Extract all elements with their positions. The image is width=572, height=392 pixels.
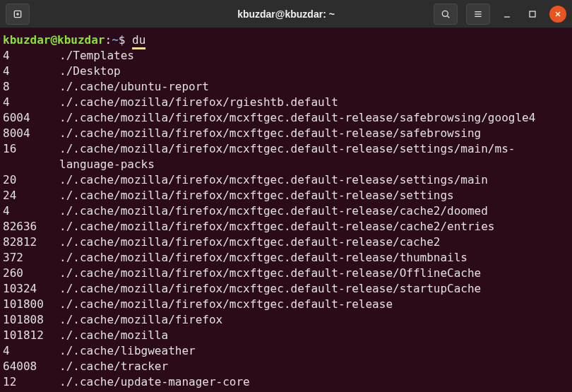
prompt-user-host: kbuzdar@kbuzdar: [3, 33, 105, 47]
du-size: 4: [3, 95, 59, 110]
minimize-button[interactable]: [499, 6, 516, 23]
du-path: ./.cache/mozilla/firefox/mcxftgec.defaul…: [59, 172, 569, 188]
du-size: 260: [3, 266, 59, 281]
du-size: 16: [3, 141, 59, 172]
output-line: 6004./.cache/mozilla/firefox/mcxftgec.de…: [3, 110, 569, 126]
du-size: 6004: [3, 110, 59, 126]
svg-line-4: [448, 16, 450, 18]
output-line: 82636./.cache/mozilla/firefox/mcxftgec.d…: [3, 219, 569, 234]
svg-rect-9: [530, 11, 535, 17]
minimize-icon: [501, 8, 513, 20]
du-path: ./Templates: [59, 48, 569, 64]
close-icon: [554, 10, 562, 18]
output-line: 4./Desktop: [3, 64, 569, 79]
du-path: ./.cache/mozilla/firefox/mcxftgec.defaul…: [59, 110, 569, 126]
output-line: 101808./.cache/mozilla/firefox: [3, 312, 569, 328]
du-path: ./.cache/tracker: [59, 359, 569, 374]
du-path: ./.cache/mozilla/firefox/mcxftgec.defaul…: [59, 141, 569, 172]
window-titlebar: kbuzdar@kbuzdar: ~: [0, 0, 572, 28]
du-size: 12: [3, 374, 59, 390]
du-size: 24: [3, 188, 59, 203]
new-tab-icon: [12, 8, 23, 20]
output-line: 260./.cache/mozilla/firefox/mcxftgec.def…: [3, 266, 569, 281]
du-size: 4: [3, 203, 59, 219]
svg-point-3: [442, 11, 448, 16]
du-size: 372: [3, 250, 59, 266]
du-path: ./.cache/libgweather: [59, 343, 569, 359]
maximize-button[interactable]: [524, 6, 541, 23]
du-path: ./.cache/mozilla/firefox/mcxftgec.defaul…: [59, 234, 569, 250]
prompt-dollar: $: [119, 33, 132, 47]
hamburger-icon: [472, 8, 484, 20]
du-size: 101808: [3, 312, 59, 328]
output-line: 372./.cache/mozilla/firefox/mcxftgec.def…: [3, 250, 569, 266]
output-line: 101812./.cache/mozilla: [3, 328, 569, 343]
output-line: 8004./.cache/mozilla/firefox/mcxftgec.de…: [3, 126, 569, 141]
command-output: 4./Templates4./Desktop8./.cache/ubuntu-r…: [3, 48, 569, 390]
search-button[interactable]: [434, 4, 458, 25]
du-size: 4: [3, 343, 59, 359]
du-path: ./.cache/mozilla/firefox/mcxftgec.defaul…: [59, 219, 569, 234]
du-size: 4: [3, 48, 59, 64]
output-line: 101800./.cache/mozilla/firefox/mcxftgec.…: [3, 297, 569, 312]
terminal-output[interactable]: kbuzdar@kbuzdar:~$ du 4./Templates4./Des…: [0, 28, 572, 392]
output-line: 8./.cache/ubuntu-report: [3, 79, 569, 95]
titlebar-left: [6, 4, 30, 25]
du-path: ./.cache/update-manager-core: [59, 374, 569, 390]
search-icon: [440, 8, 451, 20]
du-path: ./.cache/mozilla/firefox/mcxftgec.defaul…: [59, 126, 569, 141]
du-path: ./.cache/mozilla/firefox/mcxftgec.defaul…: [59, 266, 569, 281]
du-path: ./.cache/mozilla/firefox/mcxftgec.defaul…: [59, 297, 569, 312]
maximize-icon: [527, 8, 538, 20]
close-button[interactable]: [549, 6, 566, 23]
output-line: 10324./.cache/mozilla/firefox/mcxftgec.d…: [3, 281, 569, 297]
output-line: 82812./.cache/mozilla/firefox/mcxftgec.d…: [3, 234, 569, 250]
du-size: 101800: [3, 297, 59, 312]
prompt-line: kbuzdar@kbuzdar:~$ du: [3, 32, 569, 48]
du-path: ./Desktop: [59, 64, 569, 79]
output-line: 4./.cache/mozilla/firefox/mcxftgec.defau…: [3, 203, 569, 219]
output-line: 4./.cache/mozilla/firefox/rgieshtb.defau…: [3, 95, 569, 110]
output-line: 24./.cache/mozilla/firefox/mcxftgec.defa…: [3, 188, 569, 203]
output-line: 64008./.cache/tracker: [3, 359, 569, 374]
menu-button[interactable]: [466, 4, 490, 25]
window-title: kbuzdar@kbuzdar: ~: [237, 8, 335, 20]
prompt-colon: :: [105, 33, 112, 47]
du-path: ./.cache/mozilla/firefox/mcxftgec.defaul…: [59, 281, 569, 297]
du-path: ./.cache/mozilla: [59, 328, 569, 343]
du-size: 20: [3, 172, 59, 188]
du-size: 82636: [3, 219, 59, 234]
du-path: ./.cache/mozilla/firefox: [59, 312, 569, 328]
command-text: du: [132, 33, 145, 49]
prompt-path: ~: [112, 33, 119, 47]
du-path: ./.cache/mozilla/firefox/mcxftgec.defaul…: [59, 188, 569, 203]
du-size: 4: [3, 64, 59, 79]
output-line: 4./Templates: [3, 48, 569, 64]
titlebar-right: [434, 4, 566, 25]
output-line: 20./.cache/mozilla/firefox/mcxftgec.defa…: [3, 172, 569, 188]
du-size: 82812: [3, 234, 59, 250]
output-line: 4./.cache/libgweather: [3, 343, 569, 359]
du-size: 8004: [3, 126, 59, 141]
du-size: 101812: [3, 328, 59, 343]
du-path: ./.cache/ubuntu-report: [59, 79, 569, 95]
du-path: ./.cache/mozilla/firefox/rgieshtb.defaul…: [59, 95, 569, 110]
new-tab-button[interactable]: [6, 4, 30, 25]
du-size: 8: [3, 79, 59, 95]
du-size: 10324: [3, 281, 59, 297]
du-path: ./.cache/mozilla/firefox/mcxftgec.defaul…: [59, 250, 569, 266]
du-size: 64008: [3, 359, 59, 374]
du-path: ./.cache/mozilla/firefox/mcxftgec.defaul…: [59, 203, 569, 219]
output-line: 12./.cache/update-manager-core: [3, 374, 569, 390]
output-line: 16./.cache/mozilla/firefox/mcxftgec.defa…: [3, 141, 569, 172]
